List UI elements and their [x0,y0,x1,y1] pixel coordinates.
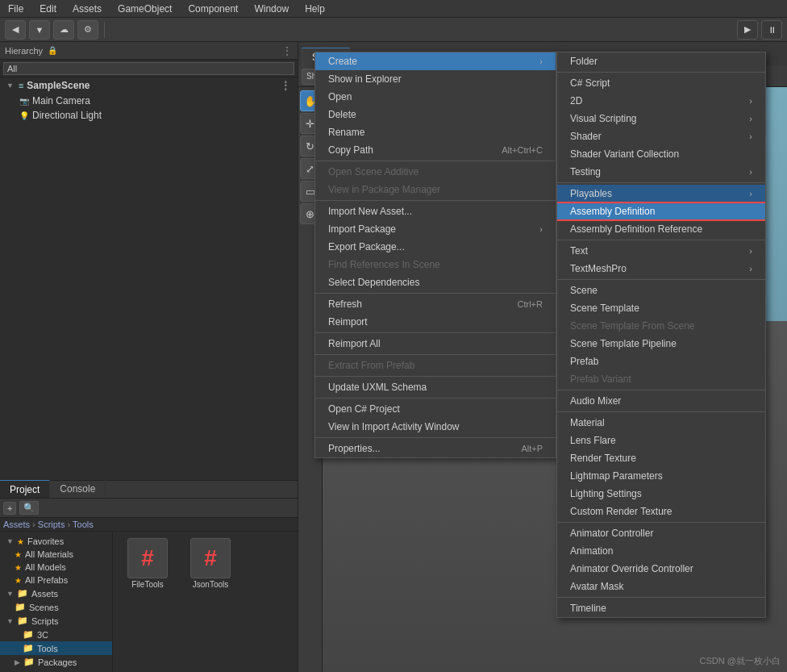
prefab-variant-label: Prefab Variant [570,374,631,385]
r-separator-7 [557,597,765,598]
menu-item-2d[interactable]: 2D › [557,92,765,110]
text-arrow-icon: › [749,246,752,256]
open-label: Open [328,91,352,102]
menu-item-animator-override-controller[interactable]: Animator Override Controller [557,560,765,578]
find-references-label: Find References In Scene [328,259,440,270]
menu-item-properties[interactable]: Properties... Alt+P [315,440,556,457]
menu-item-custom-render-texture[interactable]: Custom Render Texture [557,503,765,520]
shader-arrow-icon: › [749,131,752,141]
menu-item-avatar-mask[interactable]: Avatar Mask [557,578,765,595]
menu-item-folder[interactable]: Folder [557,52,765,70]
menu-item-show-explorer[interactable]: Show in Explorer [315,70,556,88]
menu-item-rename[interactable]: Rename [315,123,556,141]
animator-controller-label: Animator Controller [570,528,653,539]
animator-override-controller-label: Animator Override Controller [570,563,693,574]
menu-item-reimport[interactable]: Reimport [315,313,556,331]
menu-item-text[interactable]: Text › [557,242,765,260]
context-menu-right: Folder C# Script 2D › Visual Scripting ›… [556,52,766,618]
menu-item-reimport-all[interactable]: Reimport All [315,335,556,353]
playables-arrow-icon: › [749,189,752,198]
menu-item-open-csharp[interactable]: Open C# Project [315,400,556,418]
menu-item-view-package-manager: View in Package Manager [315,181,556,198]
prefab-label: Prefab [570,356,598,367]
visual-scripting-label: Visual Scripting [570,113,637,124]
textmeshpro-label: TextMeshPro [570,263,627,274]
testing-label: Testing [570,166,601,177]
text-label: Text [570,245,588,257]
reimport-all-label: Reimport All [328,338,381,349]
menu-item-copy-path[interactable]: Copy Path Alt+Ctrl+C [315,141,556,159]
show-explorer-label: Show in Explorer [328,73,402,85]
open-scene-additive-label: Open Scene Additive [328,166,418,177]
menu-item-animation[interactable]: Animation [557,542,765,560]
separator-5 [315,354,556,355]
menu-item-material[interactable]: Material [557,414,765,432]
2d-arrow-icon: › [749,96,752,106]
scene-template-from-scene-label: Scene Template From Scene [570,320,695,332]
testing-arrow-icon: › [749,167,752,177]
r-separator-4 [557,390,765,390]
lighting-settings-label: Lighting Settings [570,488,642,499]
menu-item-create[interactable]: Create › [315,52,556,70]
menu-item-shader-variant-collection[interactable]: Shader Variant Collection [557,145,765,163]
scene-template-label: Scene Template [570,303,639,314]
assembly-definition-reference-label: Assembly Definition Reference [570,223,702,235]
menu-item-import-package[interactable]: Import Package › [315,220,556,238]
properties-shortcut: Alt+P [521,444,543,453]
assembly-definition-label: Assembly Definition [570,206,655,217]
visual-scripting-arrow-icon: › [749,114,752,123]
menu-item-playables[interactable]: Playables › [557,185,765,202]
separator-8 [315,437,556,438]
menu-item-open-scene-additive: Open Scene Additive [315,163,556,181]
menu-item-scene-template-from-scene: Scene Template From Scene [557,317,765,335]
menu-item-render-texture[interactable]: Render Texture [557,449,765,467]
separator-6 [315,376,556,377]
menu-item-shader[interactable]: Shader › [557,127,765,145]
scene-label-r: Scene [570,285,598,296]
menu-item-assembly-definition[interactable]: Assembly Definition [557,202,765,220]
menu-item-audio-mixer[interactable]: Audio Mixer [557,392,765,410]
menu-item-csharp-script[interactable]: C# Script [557,74,765,92]
extract-from-prefab-label: Extract From Prefab [328,360,414,371]
r-separator-3 [557,279,765,280]
menu-item-animator-controller[interactable]: Animator Controller [557,524,765,542]
context-menu-overlay[interactable]: Create › Show in Explorer Open Delete Re… [0,0,787,672]
menu-item-visual-scripting[interactable]: Visual Scripting › [557,110,765,127]
menu-item-export-package[interactable]: Export Package... [315,238,556,256]
animation-label: Animation [570,545,613,557]
menu-item-update-uxml[interactable]: Update UXML Schema [315,378,556,396]
menu-item-scene[interactable]: Scene [557,282,765,299]
separator-3 [315,293,556,294]
menu-item-lightmap-parameters[interactable]: Lightmap Parameters [557,467,765,485]
menu-item-extract-from-prefab: Extract From Prefab [315,357,556,374]
menu-item-refresh[interactable]: Refresh Ctrl+R [315,295,556,313]
menu-item-lighting-settings[interactable]: Lighting Settings [557,485,765,503]
separator-7 [315,398,556,399]
menu-item-import-new-asset[interactable]: Import New Asset... [315,202,556,220]
menu-item-select-dependencies[interactable]: Select Dependencies [315,273,556,291]
menu-item-scene-template-pipeline[interactable]: Scene Template Pipeline [557,335,765,353]
menu-item-timeline[interactable]: Timeline [557,599,765,617]
material-label: Material [570,417,605,428]
rename-label: Rename [328,127,364,138]
select-dependencies-label: Select Dependencies [328,277,419,288]
menu-item-open[interactable]: Open [315,88,556,106]
menu-item-assembly-definition-reference[interactable]: Assembly Definition Reference [557,220,765,238]
menu-item-prefab[interactable]: Prefab [557,353,765,370]
r-separator-1 [557,182,765,183]
menu-item-scene-template[interactable]: Scene Template [557,299,765,317]
separator-1 [315,161,556,161]
import-package-arrow-icon: › [539,224,543,234]
menu-item-testing[interactable]: Testing › [557,163,765,181]
r-separator-5 [557,411,765,412]
textmeshpro-arrow-icon: › [749,264,752,273]
menu-item-lens-flare[interactable]: Lens Flare [557,432,765,449]
menu-item-view-import-activity[interactable]: View in Import Activity Window [315,418,556,436]
menu-item-delete[interactable]: Delete [315,106,556,123]
open-csharp-label: Open C# Project [328,403,400,415]
menu-item-textmeshpro[interactable]: TextMeshPro › [557,260,765,278]
custom-render-texture-label: Custom Render Texture [570,506,672,517]
lightmap-parameters-label: Lightmap Parameters [570,470,663,482]
avatar-mask-label: Avatar Mask [570,581,623,592]
view-package-manager-label: View in Package Manager [328,184,440,195]
